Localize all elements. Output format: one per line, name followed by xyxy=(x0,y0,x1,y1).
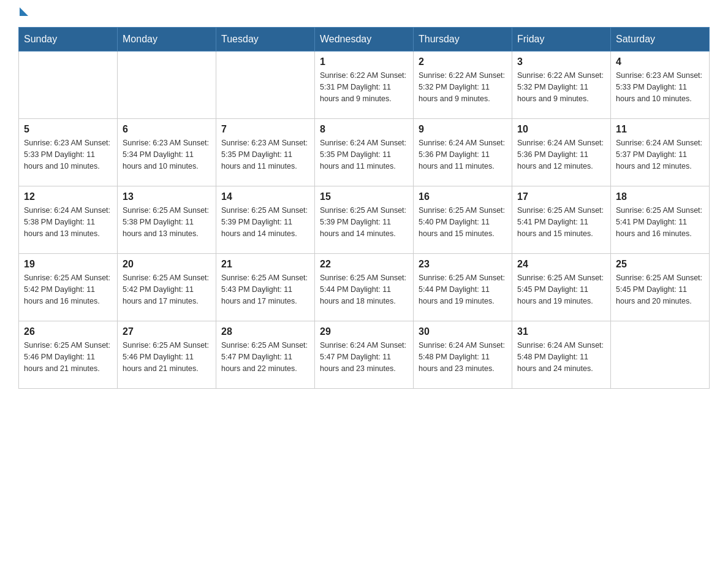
day-number: 25 xyxy=(616,259,704,270)
day-info: Sunrise: 6:22 AM Sunset: 5:31 PM Dayligh… xyxy=(320,70,408,104)
weekday-header-friday: Friday xyxy=(512,28,611,52)
calendar-cell: 19Sunrise: 6:25 AM Sunset: 5:42 PM Dayli… xyxy=(19,254,118,321)
calendar-week-row: 5Sunrise: 6:23 AM Sunset: 5:33 PM Daylig… xyxy=(19,119,710,186)
calendar-cell: 2Sunrise: 6:22 AM Sunset: 5:32 PM Daylig… xyxy=(414,52,512,119)
calendar-week-row: 26Sunrise: 6:25 AM Sunset: 5:46 PM Dayli… xyxy=(19,321,710,389)
calendar-cell xyxy=(118,52,216,119)
day-info: Sunrise: 6:25 AM Sunset: 5:41 PM Dayligh… xyxy=(517,205,605,239)
calendar-cell: 29Sunrise: 6:24 AM Sunset: 5:47 PM Dayli… xyxy=(315,321,414,389)
calendar-cell xyxy=(611,321,710,389)
day-number: 22 xyxy=(320,259,408,270)
day-number: 1 xyxy=(320,56,408,67)
day-info: Sunrise: 6:24 AM Sunset: 5:48 PM Dayligh… xyxy=(517,340,605,374)
calendar-cell: 17Sunrise: 6:25 AM Sunset: 5:41 PM Dayli… xyxy=(512,186,611,254)
calendar-cell: 11Sunrise: 6:24 AM Sunset: 5:37 PM Dayli… xyxy=(611,119,710,186)
weekday-header-tuesday: Tuesday xyxy=(216,28,315,52)
day-info: Sunrise: 6:25 AM Sunset: 5:44 PM Dayligh… xyxy=(320,272,408,307)
calendar-cell: 16Sunrise: 6:25 AM Sunset: 5:40 PM Dayli… xyxy=(414,186,512,254)
day-info: Sunrise: 6:24 AM Sunset: 5:37 PM Dayligh… xyxy=(616,137,704,172)
day-number: 3 xyxy=(517,56,605,67)
calendar-cell: 4Sunrise: 6:23 AM Sunset: 5:33 PM Daylig… xyxy=(611,52,710,119)
calendar-cell: 15Sunrise: 6:25 AM Sunset: 5:39 PM Dayli… xyxy=(315,186,414,254)
day-info: Sunrise: 6:25 AM Sunset: 5:39 PM Dayligh… xyxy=(221,205,309,239)
calendar-cell: 9Sunrise: 6:24 AM Sunset: 5:36 PM Daylig… xyxy=(414,119,512,186)
day-info: Sunrise: 6:24 AM Sunset: 5:38 PM Dayligh… xyxy=(24,205,112,239)
calendar-cell: 10Sunrise: 6:24 AM Sunset: 5:36 PM Dayli… xyxy=(512,119,611,186)
calendar-cell: 3Sunrise: 6:22 AM Sunset: 5:32 PM Daylig… xyxy=(512,52,611,119)
day-number: 28 xyxy=(221,326,309,337)
day-number: 19 xyxy=(24,259,112,270)
day-info: Sunrise: 6:25 AM Sunset: 5:44 PM Dayligh… xyxy=(419,272,507,307)
calendar-week-row: 19Sunrise: 6:25 AM Sunset: 5:42 PM Dayli… xyxy=(19,254,710,321)
day-number: 7 xyxy=(221,124,309,135)
calendar-week-row: 1Sunrise: 6:22 AM Sunset: 5:31 PM Daylig… xyxy=(19,52,710,119)
day-info: Sunrise: 6:25 AM Sunset: 5:43 PM Dayligh… xyxy=(221,272,309,307)
calendar-table: SundayMondayTuesdayWednesdayThursdayFrid… xyxy=(18,27,710,389)
calendar-cell: 14Sunrise: 6:25 AM Sunset: 5:39 PM Dayli… xyxy=(216,186,315,254)
day-info: Sunrise: 6:24 AM Sunset: 5:36 PM Dayligh… xyxy=(517,137,605,172)
calendar-cell: 5Sunrise: 6:23 AM Sunset: 5:33 PM Daylig… xyxy=(19,119,118,186)
calendar-cell: 6Sunrise: 6:23 AM Sunset: 5:34 PM Daylig… xyxy=(118,119,216,186)
day-number: 30 xyxy=(419,326,507,337)
day-info: Sunrise: 6:25 AM Sunset: 5:45 PM Dayligh… xyxy=(616,272,704,307)
calendar-cell: 31Sunrise: 6:24 AM Sunset: 5:48 PM Dayli… xyxy=(512,321,611,389)
day-number: 21 xyxy=(221,259,309,270)
day-number: 29 xyxy=(320,326,408,337)
calendar-cell: 26Sunrise: 6:25 AM Sunset: 5:46 PM Dayli… xyxy=(19,321,118,389)
day-info: Sunrise: 6:22 AM Sunset: 5:32 PM Dayligh… xyxy=(419,70,507,104)
weekday-header-monday: Monday xyxy=(118,28,216,52)
day-number: 5 xyxy=(24,124,112,135)
day-number: 9 xyxy=(419,124,507,135)
weekday-header-wednesday: Wednesday xyxy=(315,28,414,52)
day-info: Sunrise: 6:23 AM Sunset: 5:33 PM Dayligh… xyxy=(616,70,704,104)
calendar-cell: 22Sunrise: 6:25 AM Sunset: 5:44 PM Dayli… xyxy=(315,254,414,321)
calendar-cell: 18Sunrise: 6:25 AM Sunset: 5:41 PM Dayli… xyxy=(611,186,710,254)
day-info: Sunrise: 6:22 AM Sunset: 5:32 PM Dayligh… xyxy=(517,70,605,104)
day-info: Sunrise: 6:25 AM Sunset: 5:45 PM Dayligh… xyxy=(517,272,605,307)
day-number: 2 xyxy=(419,56,507,67)
calendar-cell xyxy=(216,52,315,119)
day-number: 6 xyxy=(123,124,211,135)
day-info: Sunrise: 6:25 AM Sunset: 5:47 PM Dayligh… xyxy=(221,340,309,374)
calendar-cell: 30Sunrise: 6:24 AM Sunset: 5:48 PM Dayli… xyxy=(414,321,512,389)
day-info: Sunrise: 6:25 AM Sunset: 5:39 PM Dayligh… xyxy=(320,205,408,239)
day-number: 27 xyxy=(123,326,211,337)
calendar-cell: 28Sunrise: 6:25 AM Sunset: 5:47 PM Dayli… xyxy=(216,321,315,389)
logo xyxy=(18,12,28,16)
day-info: Sunrise: 6:23 AM Sunset: 5:33 PM Dayligh… xyxy=(24,137,112,172)
day-info: Sunrise: 6:24 AM Sunset: 5:48 PM Dayligh… xyxy=(419,340,507,374)
day-info: Sunrise: 6:25 AM Sunset: 5:38 PM Dayligh… xyxy=(123,205,211,239)
day-number: 12 xyxy=(24,191,112,202)
calendar-cell: 27Sunrise: 6:25 AM Sunset: 5:46 PM Dayli… xyxy=(118,321,216,389)
day-number: 11 xyxy=(616,124,704,135)
calendar-cell: 24Sunrise: 6:25 AM Sunset: 5:45 PM Dayli… xyxy=(512,254,611,321)
calendar-cell: 20Sunrise: 6:25 AM Sunset: 5:42 PM Dayli… xyxy=(118,254,216,321)
day-info: Sunrise: 6:25 AM Sunset: 5:46 PM Dayligh… xyxy=(24,340,112,374)
weekday-header-sunday: Sunday xyxy=(19,28,118,52)
day-number: 16 xyxy=(419,191,507,202)
day-number: 14 xyxy=(221,191,309,202)
day-number: 10 xyxy=(517,124,605,135)
weekday-header-row: SundayMondayTuesdayWednesdayThursdayFrid… xyxy=(19,28,710,52)
day-info: Sunrise: 6:24 AM Sunset: 5:35 PM Dayligh… xyxy=(320,137,408,172)
day-info: Sunrise: 6:25 AM Sunset: 5:46 PM Dayligh… xyxy=(123,340,211,374)
calendar-week-row: 12Sunrise: 6:24 AM Sunset: 5:38 PM Dayli… xyxy=(19,186,710,254)
day-number: 24 xyxy=(517,259,605,270)
day-info: Sunrise: 6:24 AM Sunset: 5:36 PM Dayligh… xyxy=(419,137,507,172)
day-info: Sunrise: 6:23 AM Sunset: 5:35 PM Dayligh… xyxy=(221,137,309,172)
logo-triangle-icon xyxy=(20,7,28,16)
calendar-cell: 8Sunrise: 6:24 AM Sunset: 5:35 PM Daylig… xyxy=(315,119,414,186)
day-number: 17 xyxy=(517,191,605,202)
day-number: 31 xyxy=(517,326,605,337)
day-info: Sunrise: 6:25 AM Sunset: 5:40 PM Dayligh… xyxy=(419,205,507,239)
calendar-cell: 1Sunrise: 6:22 AM Sunset: 5:31 PM Daylig… xyxy=(315,52,414,119)
day-info: Sunrise: 6:25 AM Sunset: 5:42 PM Dayligh… xyxy=(123,272,211,307)
calendar-cell: 23Sunrise: 6:25 AM Sunset: 5:44 PM Dayli… xyxy=(414,254,512,321)
day-number: 26 xyxy=(24,326,112,337)
day-number: 18 xyxy=(616,191,704,202)
day-info: Sunrise: 6:24 AM Sunset: 5:47 PM Dayligh… xyxy=(320,340,408,374)
calendar-cell: 21Sunrise: 6:25 AM Sunset: 5:43 PM Dayli… xyxy=(216,254,315,321)
day-number: 23 xyxy=(419,259,507,270)
day-number: 8 xyxy=(320,124,408,135)
calendar-cell xyxy=(19,52,118,119)
